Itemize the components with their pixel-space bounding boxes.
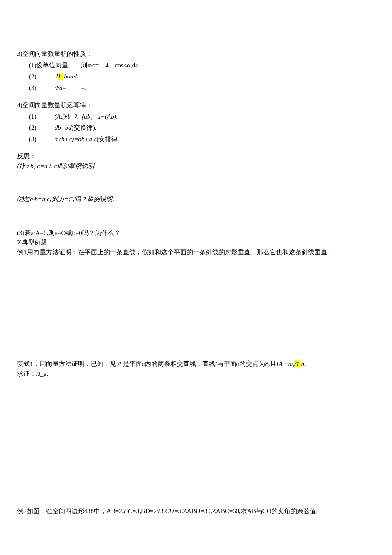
ex2-bc: BC=3,: [124, 508, 141, 514]
item-text: d·a=: [55, 84, 67, 91]
examples-heading: X典型例题: [17, 238, 375, 247]
ex2-rest: ZABD=30,ZABC=60,求AB与CO的夹角的余弦值.: [183, 508, 318, 514]
item-text: db=bd: [55, 124, 72, 131]
example-1: 例1用向量方法证明：在平面上的一条直线，假如和这个平面的一条斜线的射影垂直，那么…: [17, 247, 375, 257]
highlight-text: 1.: [58, 73, 62, 80]
variant-1-pre: 变式1：用向量方法证明：已知：见〃是平面α内的两条相交直线，直线/与平面α的交点…: [17, 360, 277, 367]
variant-1-ital: IA −m,: [277, 360, 294, 367]
item-number: (1): [29, 112, 53, 122]
section-3-item-2: (2) d1. boa·b=.: [17, 72, 375, 81]
item-end: =.: [81, 84, 86, 91]
example-2: 例2如图，在空间四边形438中，AB=2,BC=3,BD=2√3,CD=3,ZA…: [17, 506, 375, 516]
ex2-cd: CD=3,: [165, 508, 183, 514]
reflect-heading: 反思：: [17, 151, 375, 161]
item-number: (2): [29, 72, 53, 81]
variant-1-prove: 求证：/J_a.: [17, 369, 375, 379]
section-3-heading: 3)空间向量数量积的性质：: [17, 49, 375, 59]
variant-1-ital2: n.: [301, 360, 306, 367]
item-paren: (安排律: [96, 136, 118, 142]
variant-1: 变式1：用向量方法证明：已知：见〃是平面α内的两条相交直线，直线/与平面α的交点…: [17, 359, 375, 369]
blank-fill: [84, 78, 102, 78]
blank-fill: [68, 90, 81, 90]
section-3-item-3: (3) d·a==.: [17, 83, 375, 93]
ex2-pre: 例2如图，在空间四边形438中，AB=2,: [17, 508, 124, 514]
item-text: a·(b+c)=ab+a·c: [55, 136, 97, 142]
section-4-item-1: (1) (Ad)·b=λ｛ab}=a−(Ab).: [17, 112, 375, 122]
item-paren: (交换律).: [72, 124, 97, 131]
reflect-q2: ⑵若a·b=a·c,则力=C,吗？举例说明.: [17, 195, 375, 204]
reflect-q3: (3)若a·A=0,则a=O或b=0吗？为什么？: [17, 228, 375, 238]
section-4-item-3: (3) a·(b+c)=ab+a·c(安排律: [17, 134, 375, 144]
item-text: (Ad)·b=λ｛ab}=a−(Ab).: [55, 113, 118, 120]
section-3-item-1: (1)设单位向量。，则α·e=｜4｜cos<α,d>.: [17, 61, 375, 70]
ex2-bd: BD=2√3,: [141, 508, 165, 514]
item-number: (2): [29, 123, 53, 133]
item-text-rest: boa·b=: [63, 73, 83, 80]
item-number: (3): [29, 83, 53, 93]
item-number: (3): [29, 134, 53, 144]
highlight-text: /1.: [294, 360, 301, 367]
section-4-item-2: (2) db=bd(交换律).: [17, 123, 375, 133]
item-end: .: [103, 73, 105, 80]
section-4-heading: 4)空间向量数量积运算律：: [17, 100, 375, 110]
reflect-q1: ⑴(a·b)·c=a·S·c)吗?举例说明.: [17, 161, 375, 171]
q2-text: ⑵若a·b=a·c,则力=C,吗？举例说明.: [17, 196, 114, 203]
